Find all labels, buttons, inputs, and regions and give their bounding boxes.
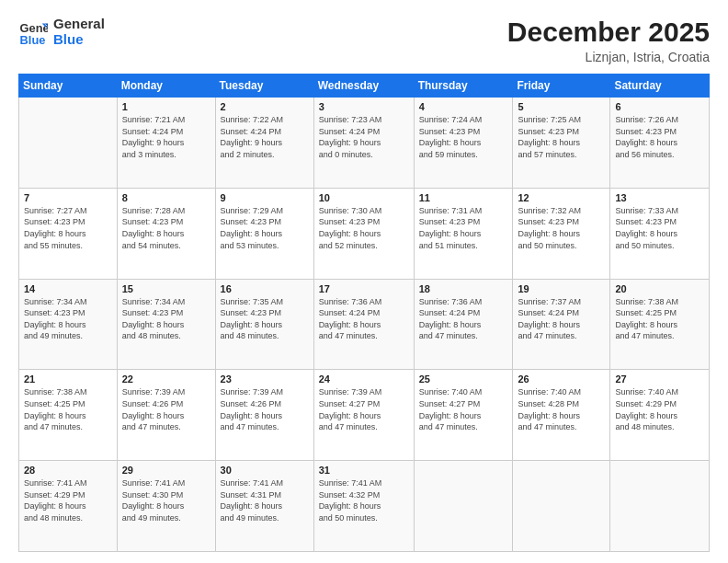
day-info: Sunrise: 7:41 AMSunset: 4:31 PMDaylight:… [221, 477, 309, 523]
month-title: December 2025 [507, 17, 710, 48]
day-number: 26 [518, 373, 605, 385]
day-info: Sunrise: 7:24 AMSunset: 4:23 PMDaylight:… [419, 114, 508, 160]
day-info: Sunrise: 7:36 AMSunset: 4:24 PMDaylight:… [419, 296, 508, 342]
title-block: December 2025 Liznjan, Istria, Croatia [507, 17, 710, 64]
calendar-cell: 6Sunrise: 7:26 AMSunset: 4:23 PMDaylight… [610, 98, 710, 189]
calendar-cell: 24Sunrise: 7:39 AMSunset: 4:27 PMDayligh… [313, 370, 414, 461]
calendar-cell: 3Sunrise: 7:23 AMSunset: 4:24 PMDaylight… [313, 98, 414, 189]
day-info: Sunrise: 7:28 AMSunset: 4:23 PMDaylight:… [122, 205, 210, 251]
calendar-cell: 14Sunrise: 7:34 AMSunset: 4:23 PMDayligh… [19, 279, 118, 370]
day-number: 20 [615, 283, 704, 294]
calendar-week-3: 14Sunrise: 7:34 AMSunset: 4:23 PMDayligh… [19, 279, 710, 370]
day-number: 13 [615, 192, 704, 203]
day-number: 18 [419, 283, 508, 294]
logo-line2: Blue [53, 32, 105, 48]
day-info: Sunrise: 7:40 AMSunset: 4:28 PMDaylight:… [518, 386, 605, 432]
calendar-cell: 7Sunrise: 7:27 AMSunset: 4:23 PMDaylight… [19, 188, 118, 279]
calendar-cell: 17Sunrise: 7:36 AMSunset: 4:24 PMDayligh… [313, 279, 414, 370]
calendar-week-1: 1Sunrise: 7:21 AMSunset: 4:24 PMDaylight… [19, 98, 710, 189]
day-info: Sunrise: 7:41 AMSunset: 4:32 PMDaylight:… [319, 477, 409, 523]
day-info: Sunrise: 7:22 AMSunset: 4:24 PMDaylight:… [221, 114, 309, 160]
day-number: 17 [319, 283, 409, 294]
day-info: Sunrise: 7:21 AMSunset: 4:24 PMDaylight:… [122, 114, 210, 160]
th-monday: Monday [117, 75, 215, 98]
day-info: Sunrise: 7:41 AMSunset: 4:29 PMDaylight:… [24, 477, 112, 523]
day-info: Sunrise: 7:25 AMSunset: 4:23 PMDaylight:… [518, 114, 605, 160]
location-subtitle: Liznjan, Istria, Croatia [507, 50, 710, 64]
th-wednesday: Wednesday [313, 75, 414, 98]
day-number: 5 [518, 101, 605, 112]
day-info: Sunrise: 7:37 AMSunset: 4:24 PMDaylight:… [518, 296, 605, 342]
header: General Blue General Blue December 2025 … [18, 17, 710, 64]
day-number: 24 [319, 373, 409, 385]
day-info: Sunrise: 7:34 AMSunset: 4:23 PMDaylight:… [24, 296, 112, 342]
calendar-cell [414, 461, 513, 552]
day-info: Sunrise: 7:32 AMSunset: 4:23 PMDaylight:… [518, 205, 605, 251]
logo: General Blue General Blue [18, 17, 105, 47]
calendar-week-4: 21Sunrise: 7:38 AMSunset: 4:25 PMDayligh… [19, 370, 710, 461]
day-number: 29 [122, 465, 210, 476]
calendar-cell: 22Sunrise: 7:39 AMSunset: 4:26 PMDayligh… [117, 370, 215, 461]
calendar-cell: 30Sunrise: 7:41 AMSunset: 4:31 PMDayligh… [215, 461, 313, 552]
day-number: 21 [24, 373, 112, 385]
day-info: Sunrise: 7:39 AMSunset: 4:27 PMDaylight:… [319, 386, 409, 432]
calendar-cell: 4Sunrise: 7:24 AMSunset: 4:23 PMDaylight… [414, 98, 513, 189]
day-info: Sunrise: 7:39 AMSunset: 4:26 PMDaylight:… [122, 386, 210, 432]
day-info: Sunrise: 7:30 AMSunset: 4:23 PMDaylight:… [319, 205, 409, 251]
day-number: 22 [122, 373, 210, 385]
th-tuesday: Tuesday [215, 75, 313, 98]
day-info: Sunrise: 7:36 AMSunset: 4:24 PMDaylight:… [319, 296, 409, 342]
calendar-cell: 11Sunrise: 7:31 AMSunset: 4:23 PMDayligh… [414, 188, 513, 279]
day-number: 12 [518, 192, 605, 203]
calendar-cell: 19Sunrise: 7:37 AMSunset: 4:24 PMDayligh… [513, 279, 610, 370]
day-number: 28 [24, 465, 112, 476]
calendar-cell: 31Sunrise: 7:41 AMSunset: 4:32 PMDayligh… [313, 461, 414, 552]
day-info: Sunrise: 7:34 AMSunset: 4:23 PMDaylight:… [122, 296, 210, 342]
day-number: 11 [419, 192, 508, 203]
day-number: 8 [122, 192, 210, 203]
th-friday: Friday [513, 75, 610, 98]
calendar-cell: 16Sunrise: 7:35 AMSunset: 4:23 PMDayligh… [215, 279, 313, 370]
calendar-cell: 25Sunrise: 7:40 AMSunset: 4:27 PMDayligh… [414, 370, 513, 461]
calendar-cell: 8Sunrise: 7:28 AMSunset: 4:23 PMDaylight… [117, 188, 215, 279]
day-info: Sunrise: 7:31 AMSunset: 4:23 PMDaylight:… [419, 205, 508, 251]
day-info: Sunrise: 7:35 AMSunset: 4:23 PMDaylight:… [221, 296, 309, 342]
day-number: 4 [419, 101, 508, 112]
calendar-cell: 27Sunrise: 7:40 AMSunset: 4:29 PMDayligh… [610, 370, 710, 461]
day-number: 2 [221, 101, 309, 112]
calendar-week-5: 28Sunrise: 7:41 AMSunset: 4:29 PMDayligh… [19, 461, 710, 552]
calendar-cell: 20Sunrise: 7:38 AMSunset: 4:25 PMDayligh… [610, 279, 710, 370]
th-thursday: Thursday [414, 75, 513, 98]
calendar-cell [610, 461, 710, 552]
calendar-week-2: 7Sunrise: 7:27 AMSunset: 4:23 PMDaylight… [19, 188, 710, 279]
day-number: 27 [615, 373, 704, 385]
calendar-cell [19, 98, 118, 189]
day-info: Sunrise: 7:40 AMSunset: 4:27 PMDaylight:… [419, 386, 508, 432]
calendar-cell: 15Sunrise: 7:34 AMSunset: 4:23 PMDayligh… [117, 279, 215, 370]
day-info: Sunrise: 7:33 AMSunset: 4:23 PMDaylight:… [615, 205, 704, 251]
calendar-cell: 29Sunrise: 7:41 AMSunset: 4:30 PMDayligh… [117, 461, 215, 552]
calendar-cell: 9Sunrise: 7:29 AMSunset: 4:23 PMDaylight… [215, 188, 313, 279]
day-number: 15 [122, 283, 210, 294]
calendar-cell: 13Sunrise: 7:33 AMSunset: 4:23 PMDayligh… [610, 188, 710, 279]
logo-line1: General [53, 17, 105, 32]
day-number: 9 [221, 192, 309, 203]
calendar-cell: 5Sunrise: 7:25 AMSunset: 4:23 PMDaylight… [513, 98, 610, 189]
logo-icon: General Blue [18, 17, 48, 47]
day-number: 14 [24, 283, 112, 294]
svg-text:Blue: Blue [20, 32, 46, 46]
weekday-header-row: Sunday Monday Tuesday Wednesday Thursday… [19, 75, 710, 98]
day-info: Sunrise: 7:26 AMSunset: 4:23 PMDaylight:… [615, 114, 704, 160]
day-number: 10 [319, 192, 409, 203]
calendar-cell: 12Sunrise: 7:32 AMSunset: 4:23 PMDayligh… [513, 188, 610, 279]
day-info: Sunrise: 7:38 AMSunset: 4:25 PMDaylight:… [24, 386, 112, 432]
day-info: Sunrise: 7:41 AMSunset: 4:30 PMDaylight:… [122, 477, 210, 523]
th-saturday: Saturday [610, 75, 710, 98]
calendar-cell: 28Sunrise: 7:41 AMSunset: 4:29 PMDayligh… [19, 461, 118, 552]
day-number: 23 [221, 373, 309, 385]
calendar-table: Sunday Monday Tuesday Wednesday Thursday… [18, 74, 710, 552]
day-info: Sunrise: 7:40 AMSunset: 4:29 PMDaylight:… [615, 386, 704, 432]
calendar-cell: 21Sunrise: 7:38 AMSunset: 4:25 PMDayligh… [19, 370, 118, 461]
day-number: 6 [615, 101, 704, 112]
day-info: Sunrise: 7:27 AMSunset: 4:23 PMDaylight:… [24, 205, 112, 251]
